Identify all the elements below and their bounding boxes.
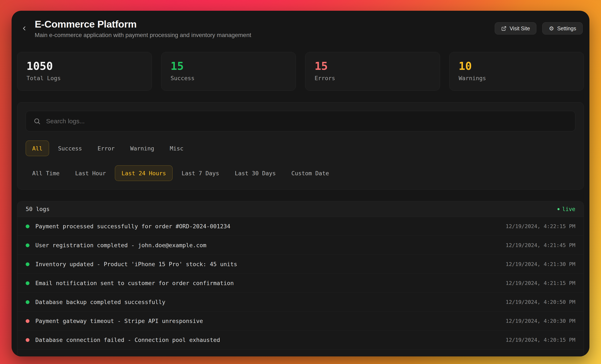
page-title: E-Commerce Platform bbox=[35, 18, 251, 30]
live-badge: live bbox=[557, 206, 575, 212]
log-timestamp: 12/19/2024, 4:20:15 PM bbox=[506, 337, 575, 343]
filter-chip-misc[interactable]: Misc bbox=[163, 140, 190, 156]
status-dot-success-icon bbox=[26, 300, 30, 304]
status-dot-success-icon bbox=[26, 243, 30, 247]
log-message: Email notification sent to customer for … bbox=[35, 280, 499, 286]
filter-chip-error[interactable]: Error bbox=[91, 140, 121, 156]
log-row[interactable]: Database backup completed successfully 1… bbox=[17, 293, 584, 312]
log-message: Database backup completed successfully bbox=[35, 299, 499, 305]
page-subtitle: Main e-commerce application with payment… bbox=[35, 32, 251, 39]
stat-card-success: 15 Success bbox=[161, 52, 296, 91]
search-box bbox=[26, 111, 575, 131]
log-message: Payment gateway timeout - Stripe API unr… bbox=[35, 318, 499, 324]
stat-value-errors: 15 bbox=[315, 60, 431, 72]
status-dot-success-icon bbox=[26, 281, 30, 285]
log-row[interactable]: Email notification sent to customer for … bbox=[17, 274, 584, 293]
app-panel: E-Commerce Platform Main e-commerce appl… bbox=[11, 11, 590, 356]
stat-label-total-logs: Total Logs bbox=[27, 75, 142, 81]
log-timestamp: 12/19/2024, 4:22:15 PM bbox=[506, 223, 575, 229]
filter-chip-all[interactable]: All bbox=[26, 140, 49, 156]
search-icon bbox=[33, 118, 41, 125]
log-count: 50 logs bbox=[26, 206, 50, 212]
time-chip-last-24-hours[interactable]: Last 24 Hours bbox=[115, 165, 172, 181]
settings-button[interactable]: ⚙ Settings bbox=[542, 22, 583, 35]
filter-panel: All Success Error Warning Misc All Time … bbox=[17, 102, 584, 190]
status-dot-error-icon bbox=[26, 338, 30, 342]
log-row[interactable]: Inventory updated - Product 'iPhone 15 P… bbox=[17, 255, 584, 274]
header-text: E-Commerce Platform Main e-commerce appl… bbox=[35, 18, 251, 39]
log-panel-header: 50 logs live bbox=[17, 201, 584, 217]
status-dot-success-icon bbox=[26, 262, 30, 266]
chevron-left-icon bbox=[21, 25, 28, 32]
stat-label-errors: Errors bbox=[315, 75, 431, 81]
live-label: live bbox=[562, 206, 575, 212]
visit-site-label: Visit Site bbox=[510, 25, 530, 31]
time-chip-last-hour[interactable]: Last Hour bbox=[69, 165, 112, 181]
log-panel: 50 logs live Payment processed successfu… bbox=[17, 201, 584, 356]
status-dot-success-icon bbox=[26, 225, 30, 228]
filter-chip-success[interactable]: Success bbox=[51, 140, 89, 156]
log-message: User registration completed - john.doe@e… bbox=[35, 242, 499, 248]
stat-label-warnings: Warnings bbox=[459, 75, 575, 81]
gear-icon: ⚙ bbox=[549, 26, 554, 31]
filter-chip-warning[interactable]: Warning bbox=[124, 140, 161, 156]
log-timestamp: 12/19/2024, 4:20:30 PM bbox=[506, 318, 575, 324]
stat-card-errors: 15 Errors bbox=[305, 52, 440, 91]
log-timestamp: 12/19/2024, 4:21:45 PM bbox=[506, 242, 575, 248]
time-chip-all-time[interactable]: All Time bbox=[26, 165, 66, 181]
stat-value-success: 15 bbox=[171, 60, 287, 72]
stat-card-total-logs: 1050 Total Logs bbox=[17, 52, 152, 91]
time-chip-custom-date[interactable]: Custom Date bbox=[285, 165, 336, 181]
stat-label-success: Success bbox=[171, 75, 287, 81]
log-timestamp: 12/19/2024, 4:21:30 PM bbox=[506, 261, 575, 267]
stat-value-total-logs: 1050 bbox=[27, 60, 142, 72]
log-message: Inventory updated - Product 'iPhone 15 P… bbox=[35, 261, 499, 267]
live-dot-icon bbox=[557, 208, 560, 210]
external-link-icon bbox=[501, 26, 507, 31]
level-filter-row: All Success Error Warning Misc bbox=[26, 140, 575, 156]
visit-site-button[interactable]: Visit Site bbox=[495, 22, 537, 35]
search-input[interactable] bbox=[46, 118, 568, 125]
log-row[interactable]: User registration completed - john.doe@e… bbox=[17, 236, 584, 255]
stat-card-warnings: 10 Warnings bbox=[449, 52, 584, 91]
back-button[interactable] bbox=[18, 22, 30, 34]
log-timestamp: 12/19/2024, 4:21:15 PM bbox=[506, 280, 575, 286]
log-message: Payment processed successfully for order… bbox=[35, 223, 499, 230]
time-chip-last-7-days[interactable]: Last 7 Days bbox=[175, 165, 226, 181]
header-actions: Visit Site ⚙ Settings bbox=[495, 22, 583, 35]
time-filter-row: All Time Last Hour Last 24 Hours Last 7 … bbox=[26, 165, 575, 181]
stats-row: 1050 Total Logs 15 Success 15 Errors 10 … bbox=[17, 52, 584, 91]
time-chip-last-30-days[interactable]: Last 30 Days bbox=[228, 165, 282, 181]
log-row[interactable]: Payment processed successfully for order… bbox=[17, 217, 584, 236]
log-timestamp: 12/19/2024, 4:20:50 PM bbox=[506, 299, 575, 305]
header: E-Commerce Platform Main e-commerce appl… bbox=[17, 11, 584, 39]
log-message: Database connection failed - Connection … bbox=[35, 337, 499, 343]
status-dot-error-icon bbox=[26, 319, 30, 323]
settings-label: Settings bbox=[557, 25, 576, 31]
stat-value-warnings: 10 bbox=[459, 60, 575, 72]
log-row[interactable]: Payment gateway timeout - Stripe API unr… bbox=[17, 312, 584, 331]
log-row[interactable]: Database connection failed - Connection … bbox=[17, 331, 584, 349]
